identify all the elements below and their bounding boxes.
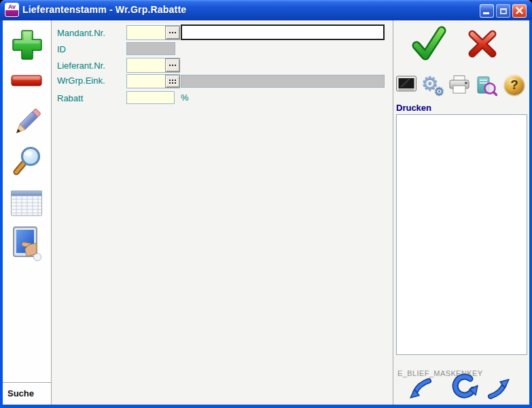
sidebar-divider <box>51 20 52 405</box>
app-window: Av Lieferantenstamm - Wr.Grp.Rabatte <box>0 0 532 408</box>
ok-button[interactable] <box>410 24 447 63</box>
screen-icon <box>395 75 417 95</box>
edit-button[interactable] <box>10 106 45 141</box>
mandant-name-input[interactable] <box>181 24 385 40</box>
app-icon: Av <box>5 3 19 17</box>
nav-back-button[interactable] <box>408 377 433 401</box>
drucken-label: Drucken <box>396 103 431 113</box>
field-label-lieferant: Lieferant.Nr. <box>57 61 105 71</box>
grid-dots-icon <box>169 80 171 81</box>
print-preview-icon <box>476 75 497 97</box>
printer-icon <box>448 75 470 95</box>
help-icon: ? <box>510 78 518 92</box>
maximize-button[interactable] <box>496 4 510 18</box>
wrgrp-text-disabled <box>181 75 385 88</box>
minus-icon <box>11 75 42 86</box>
titlebar[interactable]: Av Lieferantenstamm - Wr.Grp.Rabatte <box>0 0 532 20</box>
delete-button[interactable] <box>11 75 46 86</box>
table-icon <box>10 189 43 218</box>
list-button[interactable] <box>10 189 46 218</box>
field-label-id: ID <box>57 44 66 54</box>
refresh-icon <box>450 373 478 403</box>
monitor-hand-icon <box>10 224 43 261</box>
minimize-icon <box>483 12 489 14</box>
print-list[interactable] <box>396 114 527 355</box>
percent-suffix: % <box>181 92 189 103</box>
help-button[interactable]: ? <box>504 75 525 95</box>
cancel-x-icon <box>466 27 499 60</box>
plus-icon <box>10 27 45 63</box>
refresh-button[interactable] <box>450 373 478 403</box>
field-label-rabatt: Rabatt <box>57 93 83 103</box>
screen-button[interactable] <box>395 75 417 95</box>
panel-divider <box>393 20 393 405</box>
id-field-disabled <box>126 42 175 55</box>
ellipsis-icon <box>169 65 171 66</box>
close-icon <box>513 5 526 17</box>
settings-gear-small-icon: ⚙ <box>434 84 444 99</box>
cancel-button[interactable] <box>466 27 499 60</box>
mandant-lookup-button[interactable] <box>165 26 180 39</box>
settings-button[interactable]: ⚙ ⚙ <box>422 75 444 97</box>
window-title: Lieferantenstamm - Wr.Grp.Rabatte <box>22 4 186 15</box>
print-preview-button[interactable] <box>476 75 497 97</box>
ok-check-icon <box>410 24 447 63</box>
magnifier-icon <box>10 146 43 181</box>
add-button[interactable] <box>10 27 45 63</box>
screen-select-button[interactable] <box>10 224 46 261</box>
field-label-wrgrp: WrGrp.Eink. <box>57 75 105 86</box>
nav-forward-button[interactable] <box>486 377 511 400</box>
ellipsis-icon <box>169 32 171 33</box>
field-label-mandant: Mandant.Nr. <box>57 28 105 38</box>
sidebar: Suche <box>3 20 51 405</box>
arrow-up-right-icon <box>486 377 511 400</box>
close-button[interactable] <box>512 4 527 18</box>
maximize-icon <box>500 8 507 14</box>
wrgrp-grid-lookup-button[interactable] <box>165 75 180 88</box>
search-button[interactable] <box>10 146 45 181</box>
pencil-icon <box>10 106 43 141</box>
suche-label: Suche <box>7 388 34 398</box>
lieferant-lookup-button[interactable] <box>165 58 180 72</box>
rabatt-input[interactable] <box>126 91 175 104</box>
sidebar-separator <box>3 382 51 383</box>
arrow-down-left-icon <box>408 377 433 401</box>
print-button[interactable] <box>448 75 470 95</box>
minimize-button[interactable] <box>480 4 494 18</box>
content-area: Suche Mandant.Nr. ID Lieferant.Nr. WrGrp… <box>3 20 529 405</box>
